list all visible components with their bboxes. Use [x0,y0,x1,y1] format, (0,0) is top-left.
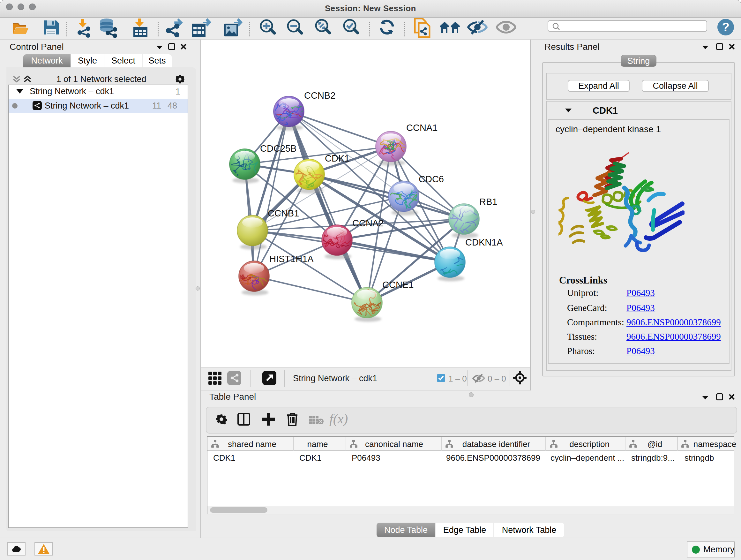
svg-text:CCNA1: CCNA1 [406,123,437,133]
svg-text:CCNA2: CCNA2 [352,218,384,228]
svg-text:CCNB2: CCNB2 [304,90,335,101]
svg-text:CDK1: CDK1 [325,153,349,164]
svg-text:CDC25B: CDC25B [260,143,296,153]
svg-text:HIST1H1A: HIST1H1A [269,254,314,264]
svg-text:CDKN1A: CDKN1A [465,237,503,247]
svg-text:CDC6: CDC6 [419,174,444,184]
svg-text:CCNE1: CCNE1 [382,280,414,290]
svg-text:RB1: RB1 [479,197,497,207]
svg-text:CCNB1: CCNB1 [268,208,299,219]
